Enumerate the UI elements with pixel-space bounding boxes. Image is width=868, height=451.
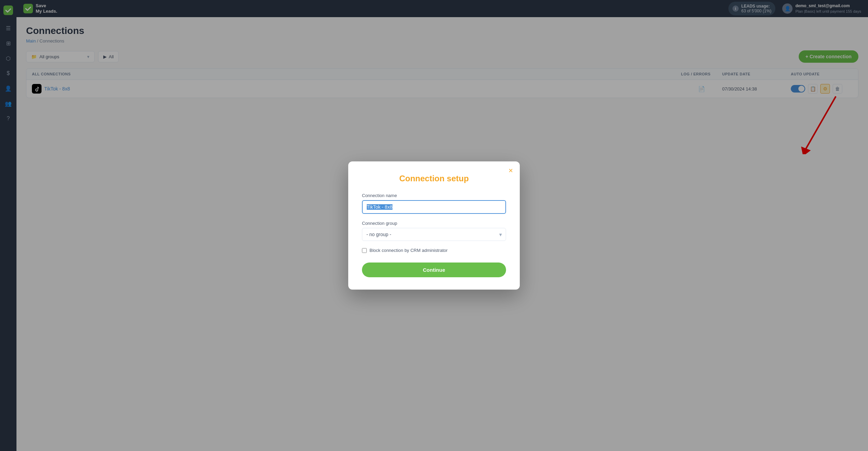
connection-group-label: Connection group bbox=[362, 221, 506, 226]
block-connection-row: Block connection by CRM administrator bbox=[362, 248, 506, 253]
block-connection-checkbox[interactable] bbox=[362, 248, 367, 253]
modal-overlay: × Connection setup Connection name Conne… bbox=[0, 0, 868, 451]
connection-group-select[interactable]: - no group - bbox=[362, 228, 506, 241]
connection-group-select-wrapper: - no group - bbox=[362, 228, 506, 241]
connection-setup-modal: × Connection setup Connection name Conne… bbox=[348, 161, 520, 290]
connection-name-input[interactable] bbox=[362, 200, 506, 214]
modal-close-button[interactable]: × bbox=[508, 167, 513, 174]
modal-title: Connection setup bbox=[362, 174, 506, 183]
continue-button[interactable]: Continue bbox=[362, 263, 506, 277]
connection-name-label: Connection name bbox=[362, 193, 506, 198]
connection-name-group: Connection name bbox=[362, 193, 506, 214]
connection-group-group: Connection group - no group - bbox=[362, 221, 506, 241]
block-connection-label: Block connection by CRM administrator bbox=[370, 248, 448, 253]
